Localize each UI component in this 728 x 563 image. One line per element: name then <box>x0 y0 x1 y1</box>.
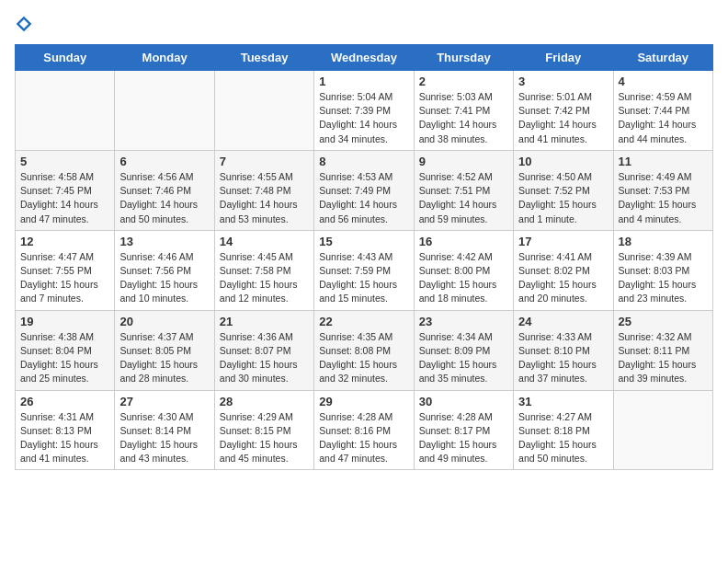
day-number: 18 <box>619 235 708 248</box>
day-info: Sunrise: 4:58 AMSunset: 7:45 PMDaylight:… <box>20 170 109 226</box>
day-info: Sunrise: 4:37 AMSunset: 8:05 PMDaylight:… <box>119 330 209 386</box>
day-info: Sunrise: 4:29 AMSunset: 8:15 PMDaylight:… <box>220 410 309 466</box>
day-number: 30 <box>419 395 508 408</box>
day-info: Sunrise: 4:41 AMSunset: 8:02 PMDaylight:… <box>518 250 608 306</box>
calendar-cell: 30Sunrise: 4:28 AMSunset: 8:17 PMDayligh… <box>414 390 513 470</box>
day-number: 5 <box>20 155 109 168</box>
day-number: 29 <box>319 395 408 408</box>
calendar-cell: 19Sunrise: 4:38 AMSunset: 8:04 PMDayligh… <box>16 310 115 390</box>
day-number: 1 <box>319 75 408 88</box>
calendar-cell: 6Sunrise: 4:56 AMSunset: 7:46 PMDaylight… <box>115 150 214 230</box>
col-header-wednesday: Wednesday <box>314 45 414 71</box>
calendar-cell: 26Sunrise: 4:31 AMSunset: 8:13 PMDayligh… <box>16 390 115 470</box>
day-info: Sunrise: 4:55 AMSunset: 7:48 PMDaylight:… <box>220 170 309 226</box>
day-number: 17 <box>518 235 608 248</box>
calendar-cell: 4Sunrise: 4:59 AMSunset: 7:44 PMDaylight… <box>613 71 712 151</box>
calendar-cell: 16Sunrise: 4:42 AMSunset: 8:00 PMDayligh… <box>414 230 513 310</box>
day-info: Sunrise: 4:28 AMSunset: 8:16 PMDaylight:… <box>319 410 408 466</box>
calendar-cell: 1Sunrise: 5:04 AMSunset: 7:39 PMDaylight… <box>314 71 414 151</box>
calendar-cell: 12Sunrise: 4:47 AMSunset: 7:55 PMDayligh… <box>16 230 115 310</box>
day-number: 23 <box>419 315 508 328</box>
day-info: Sunrise: 4:52 AMSunset: 7:51 PMDaylight:… <box>419 170 508 226</box>
calendar-cell: 8Sunrise: 4:53 AMSunset: 7:49 PMDaylight… <box>314 150 414 230</box>
day-info: Sunrise: 4:35 AMSunset: 8:08 PMDaylight:… <box>319 330 408 386</box>
day-number: 7 <box>220 155 309 168</box>
col-header-monday: Monday <box>115 45 214 71</box>
calendar-cell: 7Sunrise: 4:55 AMSunset: 7:48 PMDaylight… <box>214 150 313 230</box>
day-info: Sunrise: 4:43 AMSunset: 7:59 PMDaylight:… <box>319 250 408 306</box>
day-info: Sunrise: 4:32 AMSunset: 8:11 PMDaylight:… <box>619 330 708 386</box>
calendar-cell: 20Sunrise: 4:37 AMSunset: 8:05 PMDayligh… <box>115 310 214 390</box>
day-number: 11 <box>619 155 708 168</box>
logo <box>15 15 37 33</box>
day-number: 27 <box>119 395 209 408</box>
day-info: Sunrise: 4:50 AMSunset: 7:52 PMDaylight:… <box>518 170 608 226</box>
day-number: 28 <box>220 395 309 408</box>
day-number: 9 <box>419 155 508 168</box>
logo-icon <box>15 15 33 33</box>
day-number: 10 <box>518 155 608 168</box>
day-info: Sunrise: 4:36 AMSunset: 8:07 PMDaylight:… <box>220 330 309 386</box>
day-info: Sunrise: 4:46 AMSunset: 7:56 PMDaylight:… <box>119 250 209 306</box>
day-number: 20 <box>119 315 209 328</box>
day-number: 12 <box>20 235 109 248</box>
col-header-tuesday: Tuesday <box>214 45 313 71</box>
day-info: Sunrise: 4:53 AMSunset: 7:49 PMDaylight:… <box>319 170 408 226</box>
day-info: Sunrise: 4:47 AMSunset: 7:55 PMDaylight:… <box>20 250 109 306</box>
day-number: 3 <box>518 75 608 88</box>
calendar-cell: 28Sunrise: 4:29 AMSunset: 8:15 PMDayligh… <box>214 390 313 470</box>
day-info: Sunrise: 4:42 AMSunset: 8:00 PMDaylight:… <box>419 250 508 306</box>
calendar-cell: 25Sunrise: 4:32 AMSunset: 8:11 PMDayligh… <box>613 310 712 390</box>
day-info: Sunrise: 5:03 AMSunset: 7:41 PMDaylight:… <box>419 90 508 146</box>
day-number: 14 <box>220 235 309 248</box>
day-info: Sunrise: 4:56 AMSunset: 7:46 PMDaylight:… <box>119 170 209 226</box>
day-info: Sunrise: 4:28 AMSunset: 8:17 PMDaylight:… <box>419 410 508 466</box>
day-info: Sunrise: 4:31 AMSunset: 8:13 PMDaylight:… <box>20 410 109 466</box>
calendar-cell: 9Sunrise: 4:52 AMSunset: 7:51 PMDaylight… <box>414 150 513 230</box>
col-header-saturday: Saturday <box>613 45 712 71</box>
calendar-cell: 27Sunrise: 4:30 AMSunset: 8:14 PMDayligh… <box>115 390 214 470</box>
calendar-cell <box>214 71 313 151</box>
col-header-thursday: Thursday <box>414 45 513 71</box>
calendar-cell: 5Sunrise: 4:58 AMSunset: 7:45 PMDaylight… <box>16 150 115 230</box>
day-number: 8 <box>319 155 408 168</box>
day-info: Sunrise: 5:01 AMSunset: 7:42 PMDaylight:… <box>518 90 608 146</box>
day-info: Sunrise: 4:59 AMSunset: 7:44 PMDaylight:… <box>619 90 708 146</box>
calendar-cell: 29Sunrise: 4:28 AMSunset: 8:16 PMDayligh… <box>314 390 414 470</box>
day-number: 19 <box>20 315 109 328</box>
calendar-cell: 17Sunrise: 4:41 AMSunset: 8:02 PMDayligh… <box>514 230 613 310</box>
day-number: 25 <box>619 315 708 328</box>
calendar-cell <box>115 71 214 151</box>
calendar-cell: 24Sunrise: 4:33 AMSunset: 8:10 PMDayligh… <box>514 310 613 390</box>
day-number: 13 <box>119 235 209 248</box>
calendar-cell: 2Sunrise: 5:03 AMSunset: 7:41 PMDaylight… <box>414 71 513 151</box>
day-number: 15 <box>319 235 408 248</box>
calendar-cell <box>613 390 712 470</box>
day-number: 21 <box>220 315 309 328</box>
day-info: Sunrise: 4:33 AMSunset: 8:10 PMDaylight:… <box>518 330 608 386</box>
calendar-cell: 11Sunrise: 4:49 AMSunset: 7:53 PMDayligh… <box>613 150 712 230</box>
calendar-cell: 10Sunrise: 4:50 AMSunset: 7:52 PMDayligh… <box>514 150 613 230</box>
day-info: Sunrise: 4:49 AMSunset: 7:53 PMDaylight:… <box>619 170 708 226</box>
calendar-table: SundayMondayTuesdayWednesdayThursdayFrid… <box>15 44 713 470</box>
calendar-cell: 31Sunrise: 4:27 AMSunset: 8:18 PMDayligh… <box>514 390 613 470</box>
calendar-cell: 18Sunrise: 4:39 AMSunset: 8:03 PMDayligh… <box>613 230 712 310</box>
day-number: 6 <box>119 155 209 168</box>
day-number: 26 <box>20 395 109 408</box>
calendar-cell <box>16 71 115 151</box>
col-header-friday: Friday <box>514 45 613 71</box>
day-number: 16 <box>419 235 508 248</box>
day-number: 2 <box>419 75 508 88</box>
page-header <box>15 15 713 33</box>
day-info: Sunrise: 4:38 AMSunset: 8:04 PMDaylight:… <box>20 330 109 386</box>
calendar-cell: 21Sunrise: 4:36 AMSunset: 8:07 PMDayligh… <box>214 310 313 390</box>
day-info: Sunrise: 5:04 AMSunset: 7:39 PMDaylight:… <box>319 90 408 146</box>
day-info: Sunrise: 4:45 AMSunset: 7:58 PMDaylight:… <box>220 250 309 306</box>
calendar-cell: 13Sunrise: 4:46 AMSunset: 7:56 PMDayligh… <box>115 230 214 310</box>
day-number: 22 <box>319 315 408 328</box>
day-info: Sunrise: 4:39 AMSunset: 8:03 PMDaylight:… <box>619 250 708 306</box>
day-info: Sunrise: 4:34 AMSunset: 8:09 PMDaylight:… <box>419 330 508 386</box>
day-number: 31 <box>518 395 608 408</box>
day-info: Sunrise: 4:30 AMSunset: 8:14 PMDaylight:… <box>119 410 209 466</box>
calendar-cell: 14Sunrise: 4:45 AMSunset: 7:58 PMDayligh… <box>214 230 313 310</box>
